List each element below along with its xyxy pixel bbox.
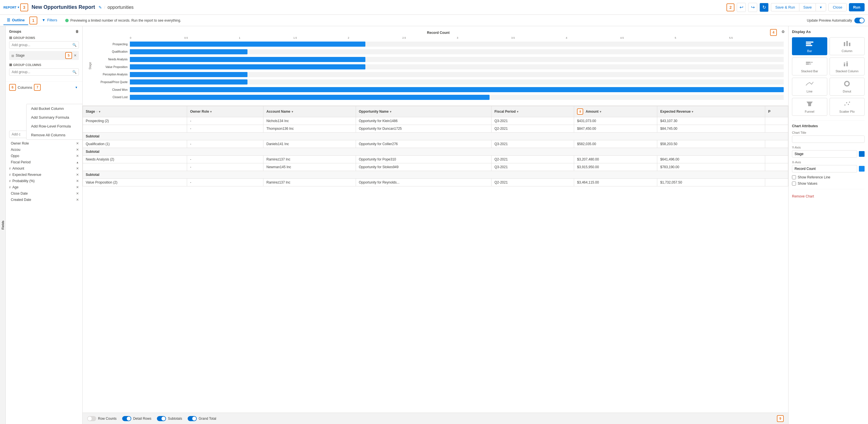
expected-filter-icon[interactable]: ▾ [692,110,693,113]
donut-chart-icon [832,80,862,89]
display-option-column[interactable]: Column [830,37,865,55]
remove-chart-button[interactable]: Remove Chart [792,193,814,200]
x-axis-color [859,166,865,172]
col-fiscal-expand[interactable]: ▲ [76,161,79,164]
svg-rect-6 [806,62,810,63]
fiscal-filter-icon[interactable]: ▾ [517,110,518,113]
display-option-scatter[interactable]: Scatter Plo [830,98,865,116]
remove-owner-role[interactable]: ✕ [76,141,79,145]
add-group-row-input[interactable] [9,41,79,48]
bar-value-prop: Value Proposition [93,63,784,70]
col-account: Accou ✕ [6,146,82,153]
svg-rect-4 [846,41,848,46]
x-axis-input[interactable] [792,165,857,172]
add-group-col-input[interactable] [9,68,79,76]
svg-rect-1 [806,43,811,44]
funnel-chart-icon [795,100,825,109]
show-reference-line-checkbox[interactable] [792,175,796,179]
columns-dropdown-button[interactable]: ▾ [74,85,79,90]
report-chevron-icon[interactable]: ▾ [18,6,19,9]
refresh-button[interactable]: ↻ [760,3,769,12]
display-option-bar[interactable]: Bar [792,37,827,55]
remove-close-date[interactable]: ✕ [76,192,79,195]
auto-preview-toggle: Update Preview Automatically [807,18,865,23]
display-as-grid: Bar Column Stacked Bar Stacked Column [792,37,865,116]
fields-label: Fields [1,221,5,230]
display-option-line[interactable]: Line [792,78,827,96]
filter-icon: ▼ [42,18,45,22]
remove-opportunity[interactable]: ✕ [76,154,79,158]
remove-expected-revenue[interactable]: ✕ [76,173,79,177]
display-option-funnel[interactable]: Funnel [792,98,827,116]
detail-rows-toggle[interactable] [122,416,131,421]
display-option-donut[interactable]: Donut [830,78,865,96]
header-annotation-2: 2 [726,3,735,11]
bar-closed-lost: Closed Lost [93,94,784,101]
col-expected-revenue: # Expected Revenue ✕ [6,172,82,178]
remove-stage-button[interactable]: ✕ [74,54,76,58]
bar-perception: Perception Analysis [93,71,784,78]
table-row: Qualification (1) - Daniels141 Inc Oppor… [83,140,788,148]
delete-groups-icon[interactable]: 🗑 [75,30,79,34]
th-owner-role: Owner Role▾ [187,106,264,117]
remove-all-columns-item[interactable]: Remove All Columns [27,131,83,139]
col-amount: # Amount ✕ [6,165,82,172]
stage-filter-icon[interactable]: ▾ [99,110,100,113]
account-filter-icon[interactable]: ▾ [291,110,293,113]
remove-created-date[interactable]: ✕ [76,198,79,202]
header-actions: 2 ↩ ↪ ↻ Save & Run Save ▾ Close Run [726,3,865,12]
groups-title: Groups 🗑 [9,30,79,34]
run-button[interactable]: Run [849,3,865,11]
sub-header: ☰ Outline 1 ▼ Filters Previewing a limit… [0,15,868,26]
redo-button[interactable]: ↪ [748,3,757,12]
table-row: - Newman145 Inc Opportunity for Stokes94… [83,163,788,171]
bar-chart-icon [795,40,825,48]
save-run-button[interactable]: Save & Run [771,3,799,11]
undo-button[interactable]: ↩ [737,3,746,12]
display-option-stacked-column[interactable]: Stacked Column [830,58,865,75]
add-bucket-column-item[interactable]: Add Bucket Column [27,104,83,113]
show-values-checkbox[interactable] [792,182,796,186]
columns-dropdown-menu: Add Bucket Column Add Summary Formula Ad… [26,104,83,140]
fields-sidebar[interactable]: Fields [0,26,6,424]
stage-sort-icon[interactable]: ↑ [96,110,98,113]
amount-filter-icon[interactable]: ▾ [600,110,601,113]
remove-amount[interactable]: ✕ [76,166,79,170]
svg-rect-5 [849,43,850,46]
annotation-7: 7 [34,84,41,91]
add-summary-formula-item[interactable]: Add Summary Formula [27,113,83,122]
add-row-level-formula-item[interactable]: Add Row-Level Formula [27,122,83,131]
subtotals-toggle[interactable] [157,416,166,421]
edit-title-icon[interactable]: ✎ [98,5,102,10]
auto-preview-switch[interactable] [854,18,865,23]
svg-rect-11 [844,62,845,64]
remove-account[interactable]: ✕ [76,148,79,152]
stage-icon: ▤ [11,54,14,57]
stacked-bar-icon [795,60,825,68]
owner-filter-icon[interactable]: ▾ [210,110,212,113]
remove-age[interactable]: ✕ [76,185,79,189]
show-values-label: Show Values [798,182,817,186]
save-dropdown-button[interactable]: ▾ [815,3,826,11]
save-button[interactable]: Save [799,3,816,11]
save-run-group: Save & Run Save ▾ [771,3,826,11]
remove-probability[interactable]: ✕ [76,179,79,183]
chart-settings-icon[interactable]: ⚙ [781,30,785,34]
row-counts-toggle[interactable] [87,416,96,421]
grand-total-toggle[interactable] [188,416,197,421]
opportunity-filter-icon[interactable]: ▾ [390,110,391,113]
y-axis-label: Y-Axis [792,146,865,149]
svg-rect-2 [806,45,812,46]
close-button[interactable]: Close [829,3,846,11]
table-row: - Thompson136 Inc Opportunity for Duncan… [83,125,788,133]
stacked-column-icon [832,60,862,68]
chart-title-input[interactable] [792,135,865,143]
col-created-date: Created Date ✕ [6,197,82,203]
filters-tab[interactable]: ▼ Filters [38,15,61,25]
display-option-stacked-bar[interactable]: Stacked Bar [792,58,827,75]
col-probability: # Probability (%) ✕ [6,178,82,184]
y-axis-input[interactable] [792,150,857,158]
outline-tab[interactable]: ☰ Outline [3,15,28,25]
th-account-name: Account Name▾ [264,106,356,117]
chart-area: ⚙ 4 Stage Record Count 0 0.5 1 1.5 [83,26,788,106]
